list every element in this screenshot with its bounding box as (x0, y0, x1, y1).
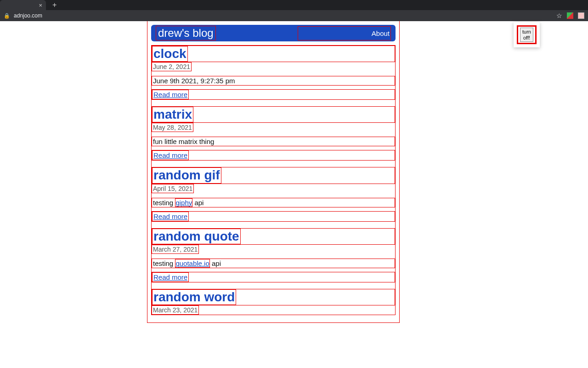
post-title-row: random gif (152, 167, 395, 184)
post-date: March 27, 2021 (152, 245, 199, 254)
read-more-link[interactable]: Read more (152, 90, 189, 99)
post-title-row: matrix (152, 106, 395, 123)
extension-popup-frame: turn off! (517, 25, 537, 44)
post-date: June 2, 2021 (152, 62, 192, 71)
excerpt-link[interactable]: giphy (175, 198, 192, 207)
post: random gif April 15, 2021 testing giphy … (152, 167, 395, 221)
address-bar[interactable]: 🔒 adnjoo.com ☆ (0, 10, 588, 21)
post-excerpt: June 9th 2021, 9:27:35 pm (152, 76, 395, 86)
close-icon[interactable]: × (39, 2, 42, 8)
post-excerpt: testing giphy api (152, 198, 395, 207)
post-list: clock June 2, 2021 June 9th 2021, 9:27:3… (151, 45, 396, 315)
page-viewport: drew's blog About clock June 2, 2021 Jun… (0, 21, 588, 368)
site-header: drew's blog About (151, 25, 396, 41)
post: clock June 2, 2021 June 9th 2021, 9:27:3… (152, 46, 395, 100)
post-readmore-row: Read more (152, 211, 395, 222)
excerpt-text: api (192, 199, 204, 207)
post-readmore-row: Read more (152, 150, 395, 161)
excerpt-text: api (210, 259, 221, 267)
post-readmore-row: Read more (152, 272, 395, 282)
post-date: May 28, 2021 (152, 123, 193, 132)
post-title-row: random quote (152, 228, 395, 245)
post-title-link[interactable]: random word (152, 289, 236, 305)
post-title-link[interactable]: matrix (152, 107, 193, 122)
new-tab-button[interactable]: + (52, 1, 57, 9)
read-more-link[interactable]: Read more (152, 212, 189, 221)
tab-strip: × + (0, 0, 588, 10)
browser-tab[interactable]: × (0, 0, 46, 10)
excerpt-link[interactable]: quotable.io (175, 259, 209, 268)
turn-off-button[interactable]: turn off! (520, 28, 533, 42)
extension-icon-debug[interactable] (578, 12, 584, 19)
post-title-link[interactable]: clock (152, 46, 188, 62)
post-date: April 15, 2021 (152, 184, 194, 193)
post-title-link[interactable]: random gif (152, 167, 221, 183)
post: random word March 23, 2021 (152, 289, 395, 315)
site-title[interactable]: drew's blog (156, 26, 216, 40)
read-more-link[interactable]: Read more (152, 150, 189, 160)
post-readmore-row: Read more (152, 89, 395, 100)
post-title-link[interactable]: random quote (152, 229, 241, 244)
post-title-row: clock (152, 46, 395, 62)
extension-icon-translate[interactable] (567, 12, 573, 19)
post-title-row: random word (152, 289, 395, 305)
post: random quote March 27, 2021 testing quot… (152, 228, 395, 282)
url-text: adnjoo.com (14, 12, 42, 19)
turn-off-line2: off! (523, 35, 530, 40)
browser-chrome: × + 🔒 adnjoo.com ☆ (0, 0, 588, 21)
toolbar-right: ☆ (556, 12, 584, 19)
bookmark-star-icon[interactable]: ☆ (556, 12, 562, 19)
excerpt-text: testing (153, 259, 175, 267)
lock-icon: 🔒 (4, 13, 10, 19)
post-date: March 23, 2021 (152, 305, 199, 315)
post-excerpt: testing quotable.io api (152, 259, 395, 268)
post: matrix May 28, 2021 fun little matrix th… (152, 106, 395, 161)
extension-popup: turn off! (514, 22, 540, 47)
page-container: drew's blog About clock June 2, 2021 Jun… (147, 21, 400, 323)
post-excerpt: fun little matrix thing (152, 137, 395, 146)
read-more-link[interactable]: Read more (152, 272, 189, 282)
turn-off-line1: turn (522, 29, 531, 34)
nav-about[interactable]: About (298, 26, 391, 40)
excerpt-text: testing (153, 199, 175, 207)
